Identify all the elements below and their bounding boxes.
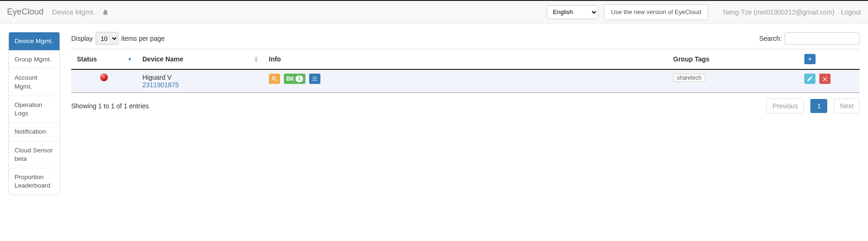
breadcrumb[interactable]: Device Mgmt.	[52, 8, 95, 16]
table-toolbar: Display 10 items per page Search:	[71, 32, 860, 45]
brand[interactable]: EyeCloud	[7, 7, 44, 17]
col-group-tags: Group Tags	[668, 49, 799, 70]
search-label: Search:	[759, 35, 782, 42]
pager-previous[interactable]: Previous	[766, 98, 804, 113]
col-status-label: Status	[77, 55, 97, 63]
sidebar-item-group-mgmt[interactable]: Group Mgmt.	[9, 51, 59, 69]
col-info-label: Info	[269, 55, 281, 63]
pager: Previous 1 Next	[766, 98, 860, 113]
sidebar-item-cloud-sensor[interactable]: Cloud Sensor beta	[9, 142, 59, 168]
col-actions	[799, 49, 860, 70]
display-suffix: items per page	[121, 35, 165, 42]
sidebar: Device Mgmt. Group Mgmt. Account Mgmt. O…	[8, 32, 60, 195]
col-tags-label: Group Tags	[673, 55, 710, 63]
info-list-button[interactable]	[309, 74, 320, 84]
info-search-button[interactable]	[269, 74, 280, 84]
bell-icon[interactable]	[102, 8, 109, 16]
group-tag[interactable]: sharetech	[673, 74, 705, 82]
table-footer: Showing 1 to 1 of 1 entries Previous 1 N…	[71, 98, 860, 113]
pager-page-1[interactable]: 1	[810, 99, 827, 113]
status-offline-icon	[100, 74, 108, 81]
pager-next[interactable]: Next	[834, 98, 860, 113]
sidebar-item-notification[interactable]: Notification	[9, 123, 59, 141]
new-version-button[interactable]: Use the new version of EyeCloud	[604, 4, 708, 20]
search-input[interactable]	[785, 32, 860, 45]
col-status[interactable]: Status ▼	[71, 49, 137, 70]
showing-info: Showing 1 to 1 of 1 entries	[71, 102, 149, 110]
bk-label: BK	[286, 75, 294, 82]
display-prefix: Display	[71, 35, 93, 42]
sidebar-item-operation-logs[interactable]: Operation Logs	[9, 96, 59, 123]
sidebar-item-device-mgmt[interactable]: Device Mgmt.	[9, 32, 59, 51]
sidebar-item-proportion-leaderboard[interactable]: Proportion Leaderboard	[9, 168, 59, 195]
device-id-link[interactable]: 2311901875	[142, 81, 258, 89]
col-name-label: Device Name	[142, 55, 183, 63]
add-device-button[interactable]	[804, 54, 816, 64]
user-label[interactable]: Neng-Tze (mei01300212@gmail.com)	[723, 8, 835, 16]
sort-indicator-icon: ▼	[127, 58, 132, 61]
device-table: Status ▼ Device Name ▲▼ Info Group Tags	[71, 49, 860, 93]
content: Display 10 items per page Search: Status…	[71, 32, 860, 195]
page-size-select[interactable]: 10	[96, 32, 119, 45]
sort-indicator-icon: ▲▼	[254, 56, 259, 62]
table-row: Higuard V 2311901875 BK 1	[71, 69, 860, 93]
col-device-name[interactable]: Device Name ▲▼	[137, 49, 263, 70]
bk-count: 1	[296, 75, 303, 82]
logout-link[interactable]: Logout	[841, 8, 861, 16]
info-bk-badge[interactable]: BK 1	[284, 74, 305, 84]
edit-button[interactable]	[804, 74, 816, 84]
delete-button[interactable]	[819, 74, 831, 84]
device-name: Higuard V	[142, 74, 258, 81]
language-select[interactable]: English	[547, 5, 598, 19]
sidebar-item-account-mgmt[interactable]: Account Mgmt.	[9, 69, 59, 96]
topbar: EyeCloud Device Mgmt. English Use the ne…	[0, 0, 868, 23]
col-info: Info	[263, 49, 668, 70]
